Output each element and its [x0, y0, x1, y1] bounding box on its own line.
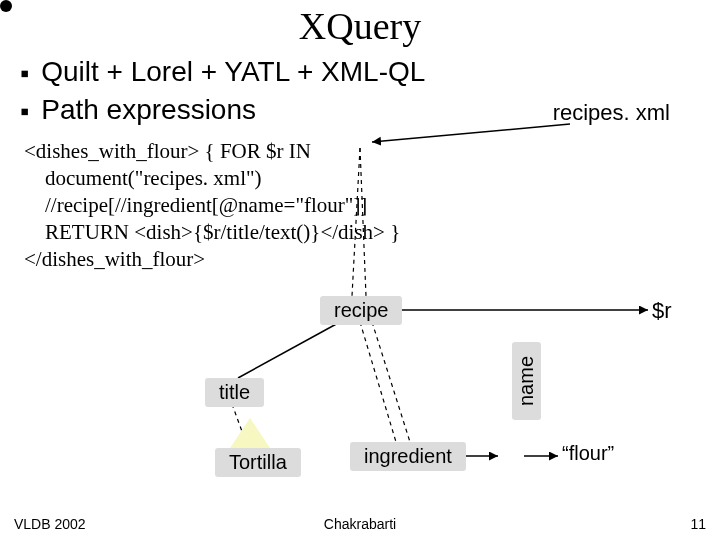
- footer-center: Chakrabarti: [0, 516, 720, 532]
- node-name: name: [512, 342, 541, 420]
- xquery-code: <dishes_with_flour> { FOR $r IN document…: [24, 138, 400, 272]
- bullet-marker-icon: ▪: [20, 56, 29, 90]
- slide-title: XQuery: [0, 4, 720, 48]
- label-dollar-r: $r: [652, 298, 672, 324]
- bullet-marker-icon: ▪: [20, 94, 29, 128]
- node-recipe: recipe: [320, 296, 402, 325]
- svg-line-5: [360, 322, 396, 442]
- node-tortilla: Tortilla: [215, 448, 301, 477]
- bullet-text: Path expressions: [41, 94, 256, 126]
- label-recipes-xml: recipes. xml: [553, 100, 670, 126]
- bullet-item: ▪ Quilt + Lorel + YATL + XML-QL: [20, 56, 700, 90]
- node-ingredient: ingredient: [350, 442, 466, 471]
- bullet-text: Quilt + Lorel + YATL + XML-QL: [41, 56, 425, 88]
- svg-line-4: [238, 322, 340, 378]
- svg-line-6: [372, 322, 410, 442]
- node-title: title: [205, 378, 264, 407]
- slide-number: 11: [690, 516, 706, 532]
- label-flour: “flour”: [562, 442, 614, 465]
